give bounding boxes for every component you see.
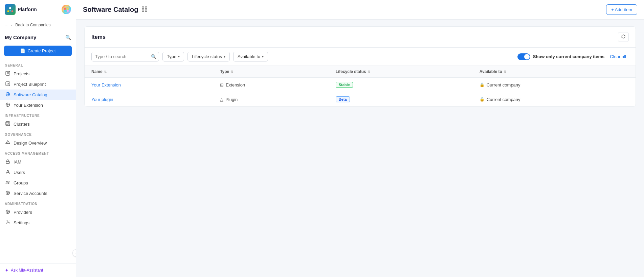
available-to-label: Current company <box>487 97 520 102</box>
clusters-icon <box>5 121 11 127</box>
svg-point-7 <box>64 10 66 12</box>
software-catalog-icon <box>5 92 11 98</box>
clear-all-button[interactable]: Clear all <box>607 53 629 60</box>
available-to-label: Current company <box>487 82 520 87</box>
sort-icon: ⇅ <box>504 70 506 74</box>
sidebar-item-label: Software Catalog <box>14 92 47 97</box>
svg-point-30 <box>8 181 9 182</box>
svg-point-26 <box>7 142 8 142</box>
main-content: Software Catalog + Add item Items 🔍 <box>76 0 644 277</box>
svg-point-32 <box>7 192 8 194</box>
sidebar-item-design-overview[interactable]: Design Overview <box>0 138 76 148</box>
svg-point-43 <box>7 222 8 223</box>
sidebar-item-software-catalog[interactable]: Software Catalog <box>0 90 76 100</box>
avatar[interactable] <box>62 5 71 14</box>
create-project-button[interactable]: 📄 Create Project <box>4 46 72 56</box>
mia-label: Ask Mia-Assistant <box>11 268 43 273</box>
sidebar-item-settings[interactable]: Settings <box>0 218 76 228</box>
your-extension-icon <box>5 102 11 108</box>
type-filter-button[interactable]: Type ▾ <box>162 52 184 61</box>
sidebar-item-service-accounts[interactable]: Service Accounts <box>0 188 76 199</box>
svg-point-1 <box>7 10 9 12</box>
item-name-link[interactable]: Your Extension <box>91 82 121 87</box>
type-filter-label: Type <box>167 54 176 59</box>
sidebar-item-label: Your Extension <box>14 103 43 108</box>
svg-point-29 <box>6 181 8 182</box>
type-label: Extension <box>226 82 245 87</box>
sidebar-item-label: Users <box>14 170 25 175</box>
lifecycle-badge: Beta <box>336 96 350 102</box>
lifecycle-badge: Stable <box>336 82 353 88</box>
settings-icon <box>5 220 11 226</box>
providers-icon <box>5 209 11 215</box>
sidebar-item-iam[interactable]: IAM <box>0 157 76 167</box>
nav-section-access-management: ACCESS MANAGEMENT <box>0 148 76 157</box>
sidebar-item-your-extension[interactable]: Your Extension <box>0 100 76 110</box>
toggle-label: Show only current company items <box>533 54 605 59</box>
sidebar-item-label: Projects <box>14 71 29 76</box>
topbar: Software Catalog + Add item <box>76 0 644 20</box>
cell-available-to: 🔒 Current company <box>473 78 636 92</box>
cell-available-to: 🔒 Current company <box>473 92 636 107</box>
refresh-button[interactable] <box>618 32 629 42</box>
users-icon <box>5 170 11 175</box>
svg-point-3 <box>9 10 11 11</box>
sort-icon: ⇅ <box>104 70 107 74</box>
table-header: Name ⇅ Type ⇅ Lifecycle <box>85 66 636 78</box>
back-to-companies[interactable]: ← ← Back to Companies <box>0 19 76 31</box>
svg-rect-45 <box>145 7 147 8</box>
cell-type: ⊞ Extension <box>213 78 329 92</box>
sidebar: Platform ← ← Back to Companies My Compan… <box>0 0 76 277</box>
back-link-text: ← Back to Companies <box>10 23 50 27</box>
sidebar-item-groups[interactable]: Groups <box>0 178 76 188</box>
sidebar-item-providers[interactable]: Providers <box>0 207 76 218</box>
logo-name: Platform <box>18 7 37 12</box>
create-icon: 📄 <box>20 48 25 53</box>
sidebar-item-project-blueprint[interactable]: Project Blueprint <box>0 79 76 90</box>
type-icon: △ <box>220 97 223 102</box>
logo-icon <box>5 4 16 15</box>
sidebar-item-label: Providers <box>14 210 32 215</box>
svg-rect-21 <box>8 122 9 123</box>
expand-icon[interactable] <box>141 6 148 14</box>
add-item-button[interactable]: + Add item <box>606 4 637 15</box>
svg-point-2 <box>12 10 13 12</box>
sidebar-item-projects[interactable]: Projects <box>0 69 76 79</box>
mia-icon: ✦ <box>5 268 9 273</box>
cell-lifecycle: Beta <box>329 92 473 107</box>
sidebar-collapse-button[interactable]: ‹ <box>72 249 76 257</box>
svg-point-4 <box>63 6 69 12</box>
sidebar-item-label: Groups <box>14 180 28 185</box>
mia-assistant-button[interactable]: ✦ Ask Mia-Assistant <box>0 263 76 277</box>
nav-section-infrastructure: INFRASTRUCTURE <box>0 110 76 119</box>
nav-section-administration: ADMINISTRATION <box>0 199 76 207</box>
item-name-link[interactable]: Your plugin <box>91 97 113 102</box>
available-to-filter-button[interactable]: Available to ▾ <box>233 52 268 61</box>
search-wrap: 🔍 <box>91 52 159 61</box>
svg-rect-9 <box>6 71 10 75</box>
company-name: My Company <box>5 34 36 40</box>
svg-rect-44 <box>142 7 144 8</box>
svg-point-6 <box>67 8 69 10</box>
sidebar-logo: Platform <box>0 0 76 19</box>
sort-icon: ⇅ <box>230 70 233 74</box>
sidebar-item-users[interactable]: Users <box>0 167 76 178</box>
svg-point-0 <box>9 7 11 9</box>
sidebar-item-clusters[interactable]: Clusters <box>0 119 76 129</box>
sidebar-item-label: Clusters <box>14 122 30 127</box>
lifecycle-filter-button[interactable]: Lifecycle status ▾ <box>187 52 230 61</box>
sidebar-item-label: Design Overview <box>14 141 47 146</box>
projects-icon <box>5 71 11 77</box>
company-items-toggle[interactable] <box>517 53 530 60</box>
th-available-to: Available to ⇅ <box>473 66 636 78</box>
toggle-wrap: Show only current company items Clear al… <box>517 53 629 60</box>
cell-type: △ Plugin <box>213 92 329 107</box>
type-filter-chevron: ▾ <box>178 55 180 58</box>
svg-rect-20 <box>6 122 7 123</box>
svg-rect-47 <box>145 10 147 11</box>
search-icon[interactable]: 🔍 <box>65 35 71 40</box>
table-row: Your Extension ⊞ Extension Stable 🔒 Curr… <box>85 78 636 92</box>
search-input[interactable] <box>91 52 159 61</box>
design-overview-icon <box>5 140 11 146</box>
page-title: Software Catalog <box>83 6 138 14</box>
